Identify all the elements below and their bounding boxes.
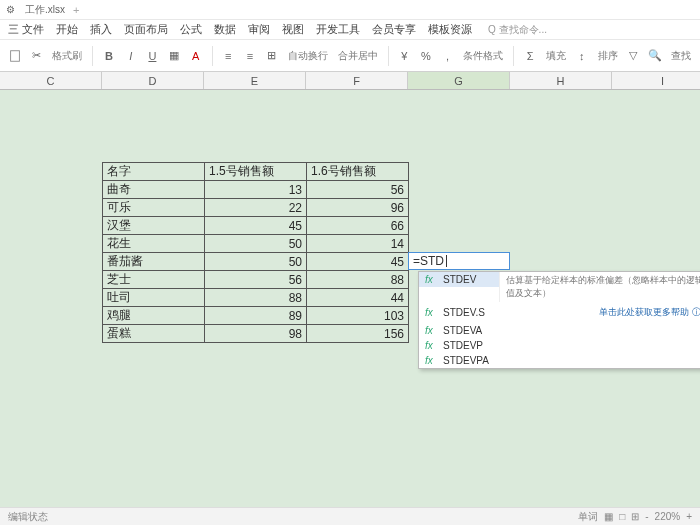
col-header-h[interactable]: H (510, 72, 612, 89)
find-icon[interactable]: 🔍 (646, 46, 664, 66)
header-col1[interactable]: 1.5号销售额 (205, 163, 307, 181)
cell-name[interactable]: 吐司 (103, 289, 205, 307)
zoom-level[interactable]: 220% (655, 511, 681, 522)
data-table[interactable]: 名字 1.5号销售额 1.6号销售额 曲奇1356 可乐2296 汉堡4566 … (102, 162, 409, 343)
help-link[interactable]: 单击此处获取更多帮助 ⓘ (593, 304, 700, 321)
col-header-e[interactable]: E (204, 72, 306, 89)
suggest-item[interactable]: fxSTDEVP (419, 338, 700, 353)
zoom-in-button[interactable]: + (686, 511, 692, 522)
cell-name[interactable]: 可乐 (103, 199, 205, 217)
menu-template[interactable]: 模板资源 (428, 22, 472, 37)
font-color-icon[interactable]: A (187, 46, 205, 66)
active-cell-editor[interactable]: =STD (408, 252, 510, 270)
bold-icon[interactable]: B (100, 46, 118, 66)
cell-val[interactable]: 98 (205, 325, 307, 343)
text-cursor (446, 255, 447, 267)
currency-icon[interactable]: ¥ (395, 46, 413, 66)
menu-start[interactable]: 开始 (56, 22, 78, 37)
cell-val[interactable]: 56 (307, 181, 409, 199)
col-header-i[interactable]: I (612, 72, 700, 89)
cell-val[interactable]: 50 (205, 235, 307, 253)
cell-val[interactable]: 89 (205, 307, 307, 325)
cell-val[interactable]: 88 (307, 271, 409, 289)
view-break-icon[interactable]: ⊞ (631, 511, 639, 522)
cell-val[interactable]: 103 (307, 307, 409, 325)
zoom-out-button[interactable]: - (645, 511, 648, 522)
cell-val[interactable]: 14 (307, 235, 409, 253)
cell-val[interactable]: 66 (307, 217, 409, 235)
suggest-item[interactable]: fxSTDEV.S单击此处获取更多帮助 ⓘ (419, 302, 700, 323)
cell-val[interactable]: 22 (205, 199, 307, 217)
fill-label[interactable]: 填充 (543, 49, 569, 63)
grid-area[interactable]: 名字 1.5号销售额 1.6号销售额 曲奇1356 可乐2296 汉堡4566 … (0, 90, 700, 507)
col-header-d[interactable]: D (102, 72, 204, 89)
cell-val[interactable]: 13 (205, 181, 307, 199)
table-header-row: 名字 1.5号销售额 1.6号销售额 (103, 163, 409, 181)
align-left-icon[interactable]: ≡ (219, 46, 237, 66)
formula-autocomplete: fxSTDEV 估算基于给定样本的标准偏差（忽略样本中的逻辑值及文本） fxST… (418, 271, 700, 369)
spreadsheet[interactable]: C D E F G H I 名字 1.5号销售额 1.6号销售额 曲奇1356 … (0, 72, 700, 507)
menu-review[interactable]: 审阅 (248, 22, 270, 37)
wrap-text-label[interactable]: 自动换行 (285, 49, 331, 63)
cell-name[interactable]: 汉堡 (103, 217, 205, 235)
underline-icon[interactable]: U (144, 46, 162, 66)
table-row: 曲奇1356 (103, 181, 409, 199)
comma-icon[interactable]: , (439, 46, 457, 66)
cell-name[interactable]: 蛋糕 (103, 325, 205, 343)
cell-val[interactable]: 156 (307, 325, 409, 343)
menu-formula[interactable]: 公式 (180, 22, 202, 37)
title-bar: ⚙ 工作.xlsx + (0, 0, 700, 20)
percent-icon[interactable]: % (417, 46, 435, 66)
header-name[interactable]: 名字 (103, 163, 205, 181)
cell-name[interactable]: 番茄酱 (103, 253, 205, 271)
header-col2[interactable]: 1.6号销售额 (307, 163, 409, 181)
find-label[interactable]: 查找 (668, 49, 694, 63)
menu-data[interactable]: 数据 (214, 22, 236, 37)
menu-file[interactable]: 三 文件 (8, 22, 44, 37)
status-bar: 编辑状态 单词 ▦ □ ⊞ - 220% + (0, 507, 700, 525)
menu-dev[interactable]: 开发工具 (316, 22, 360, 37)
cell-name[interactable]: 曲奇 (103, 181, 205, 199)
work-area: C D E F G H I 名字 1.5号销售额 1.6号销售额 曲奇1356 … (0, 72, 700, 507)
sort-label[interactable]: 排序 (595, 49, 621, 63)
command-search[interactable]: Q 查找命令... (488, 23, 547, 37)
cell-val[interactable]: 88 (205, 289, 307, 307)
sum-icon[interactable]: Σ (521, 46, 539, 66)
menu-insert[interactable]: 插入 (90, 22, 112, 37)
cell-val[interactable]: 56 (205, 271, 307, 289)
cell-name[interactable]: 芝士 (103, 271, 205, 289)
fill-color-icon[interactable]: ▦ (165, 46, 183, 66)
app-menu-icon[interactable]: ⚙ (6, 4, 15, 15)
merge-icon[interactable]: ⊞ (263, 46, 281, 66)
paste-icon[interactable] (6, 46, 24, 66)
format-painter-label[interactable]: 格式刷 (49, 49, 85, 63)
view-page-icon[interactable]: □ (619, 511, 625, 522)
view-normal-icon[interactable]: ▦ (604, 511, 613, 522)
sort-icon[interactable]: ↕ (573, 46, 591, 66)
col-header-f[interactable]: F (306, 72, 408, 89)
cell-val[interactable]: 45 (205, 217, 307, 235)
cell-name[interactable]: 花生 (103, 235, 205, 253)
cut-icon[interactable]: ✂ (28, 46, 46, 66)
menu-pagelayout[interactable]: 页面布局 (124, 22, 168, 37)
cond-format-label[interactable]: 条件格式 (460, 49, 506, 63)
align-center-icon[interactable]: ≡ (241, 46, 259, 66)
cell-name[interactable]: 鸡腿 (103, 307, 205, 325)
suggest-item[interactable]: fxSTDEV (419, 272, 499, 287)
cell-val[interactable]: 50 (205, 253, 307, 271)
merge-center-label[interactable]: 合并居中 (335, 49, 381, 63)
menu-view[interactable]: 视图 (282, 22, 304, 37)
col-header-g[interactable]: G (408, 72, 510, 89)
suggest-item[interactable]: fxSTDEVA (419, 323, 700, 338)
suggest-item[interactable]: fxSTDEVPA (419, 353, 700, 368)
cell-val[interactable]: 44 (307, 289, 409, 307)
cell-val[interactable]: 45 (307, 253, 409, 271)
new-tab-button[interactable]: + (73, 4, 79, 16)
col-header-c[interactable]: C (0, 72, 102, 89)
menu-member[interactable]: 会员专享 (372, 22, 416, 37)
filter-icon[interactable]: ▽ (625, 46, 643, 66)
file-tab[interactable]: 工作.xlsx (25, 3, 65, 17)
cell-val[interactable]: 96 (307, 199, 409, 217)
table-row: 可乐2296 (103, 199, 409, 217)
italic-icon[interactable]: I (122, 46, 140, 66)
